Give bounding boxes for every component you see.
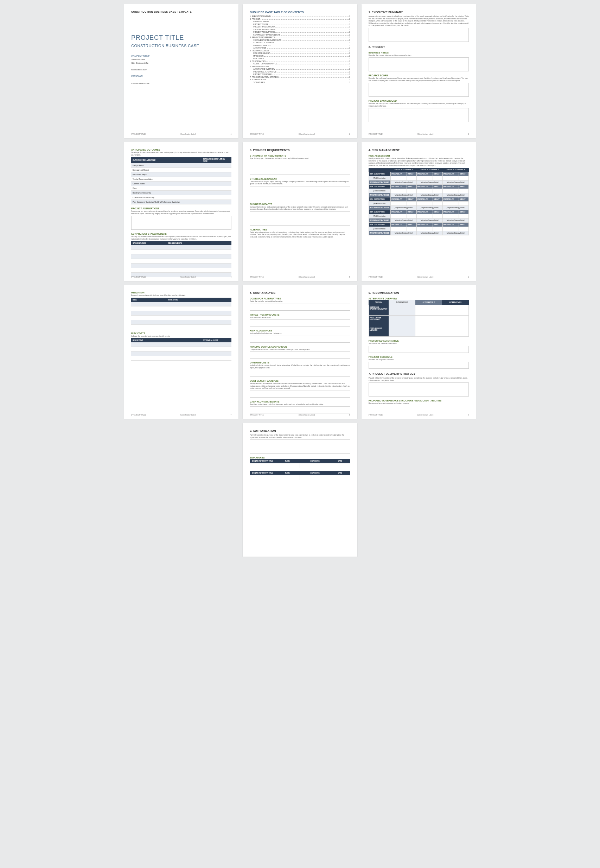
sub-outcomes: ANTICIPATED OUTCOMES <box>131 149 232 151</box>
project-background-box[interactable] <box>368 108 469 122</box>
page-footer: [PROJECT TITLE][Classification Label]4 <box>131 276 232 278</box>
sub-project-scope: PROJECT SCOPE <box>368 74 469 77</box>
stakeholders-table: STAKEHOLDERREQUIREMENTS <box>131 241 232 277</box>
doc-subtitle: CONSTRUCTION BUSINESS CASE <box>131 44 232 48</box>
page-footer: [PROJECT TITLE][Classification Label]1 <box>131 133 232 135</box>
mitigation-table: RISKMITIGATION <box>131 297 232 329</box>
alternatives-table: CRITERIAALTERNATIVE 1ALTERNATIVE 2ALTERN… <box>368 300 469 337</box>
sec-exec-summary: 1. EXECUTIVE SUMMARY <box>368 11 469 14</box>
alignment-box[interactable] <box>250 186 350 200</box>
page-4-outcomes: ANTICIPATED OUTCOMES Detail specific and… <box>124 142 238 281</box>
page-8-cost: 5. COST ANALYSIS COSTS FOR ALTERNATIVESD… <box>243 285 357 419</box>
page-footer: [PROJECT TITLE][Classification Label]8 <box>250 414 350 416</box>
date: 00/00/0000 <box>131 74 232 77</box>
exec-summary-desc: An executive summary presents a brief an… <box>368 15 469 27</box>
page-9-recommendation: 6. RECOMMENDATION ALTERNATIVE OVERVIEW C… <box>362 285 476 419</box>
address-line-1: Street Address <box>131 58 232 61</box>
toc-title: BUSINESS CASE TABLE OF CONTENTS <box>250 11 350 14</box>
classification: Classification Label <box>131 82 232 85</box>
sub-project-background: PROJECT BACKGROUND <box>368 100 469 102</box>
template-header: CONSTRUCTION BUSINESS CASE TEMPLATE <box>131 11 232 13</box>
page-7-mitigation: MITIGATION For each unacceptable risk, i… <box>124 285 238 419</box>
address-line-2: City, State and Zip <box>131 62 232 64</box>
sub-stakeholders: KEY PROJECT STAKEHOLDERS <box>131 232 232 235</box>
sub-business-needs: BUSINESS NEEDS <box>368 52 469 54</box>
project-title: PROJECT TITLE <box>131 34 232 41</box>
page-footer: [PROJECT TITLE][Classification Label]6 <box>368 276 469 278</box>
exec-summary-box[interactable] <box>368 28 469 42</box>
page-5-requirements: 3. PROJECT REQUIREMENTS STATEMENT OF REQ… <box>243 142 357 281</box>
sec-authorization: 8. AUTHORIZATION <box>250 429 350 432</box>
page-10-authorization: 8. AUTHORIZATION Formally describe the p… <box>243 423 357 557</box>
page-footer: [PROJECT TITLE][Classification Label]9 <box>368 414 469 416</box>
requirements-box[interactable] <box>250 161 350 175</box>
authorization-box[interactable] <box>250 440 350 454</box>
page-6-risk: 4. RISK MANAGEMENT RISK ASSESSMENT Detai… <box>362 142 476 281</box>
sec-cost: 5. COST ANALYSIS <box>250 291 350 294</box>
sec-risk: 4. RISK MANAGEMENT <box>368 149 469 152</box>
signature-table-2: SIGNING AUTHORITY TITLENAMESIGNATUREDATE <box>250 471 350 480</box>
sec-requirements: 3. PROJECT REQUIREMENTS <box>250 149 350 152</box>
sec-project: 2. PROJECT <box>368 46 469 49</box>
page-1-cover: CONSTRUCTION BUSINESS CASE TEMPLATE PROJ… <box>124 4 238 138</box>
web-address: webaddress.com <box>131 68 232 71</box>
sec-recommendation: 6. RECOMMENDATION <box>368 291 469 294</box>
company-name: COMPANY NAME <box>131 55 232 57</box>
assumptions-box[interactable] <box>131 215 232 230</box>
page-footer: [PROJECT TITLE][Classification Label]5 <box>250 276 350 278</box>
risk-costs-table: RISK EVENTPOTENTIAL COST <box>131 338 232 361</box>
business-needs-box[interactable] <box>368 57 469 71</box>
impacts-box[interactable] <box>250 211 350 226</box>
signature-table-1: SIGNING AUTHORITY TITLENAMESIGNATUREDATE <box>250 459 350 468</box>
outcomes-table: OUTCOME / DELIVERABLEESTIMATED COMPLETIO… <box>131 157 232 205</box>
sec-delivery: 7. PROJECT DELIVERY STRATEGY <box>368 372 469 375</box>
risk-table: VIABLE ALTERNATIVE 1VIABLE ALTERNATIVE 2… <box>368 168 469 235</box>
page-footer: [PROJECT TITLE][Classification Label]2 <box>250 133 350 135</box>
page-footer: [PROJECT TITLE][Classification Label]3 <box>368 133 469 135</box>
page-footer: [PROJECT TITLE][Classification Label]7 <box>131 414 232 416</box>
page-3-exec-summary: 1. EXECUTIVE SUMMARY An executive summar… <box>362 4 476 138</box>
alternatives-box[interactable] <box>250 239 350 258</box>
page-2-toc: BUSINESS CASE TABLE OF CONTENTS 1. EXECU… <box>243 4 357 138</box>
page-grid: CONSTRUCTION BUSINESS CASE TEMPLATE PROJ… <box>124 4 476 557</box>
project-scope-box[interactable] <box>368 83 469 97</box>
sub-assumptions: PROJECT ASSUMPTIONS <box>131 207 232 210</box>
toc-list: 1. EXECUTIVE SUMMARY32. PROJECT3BUSINESS… <box>250 15 350 83</box>
